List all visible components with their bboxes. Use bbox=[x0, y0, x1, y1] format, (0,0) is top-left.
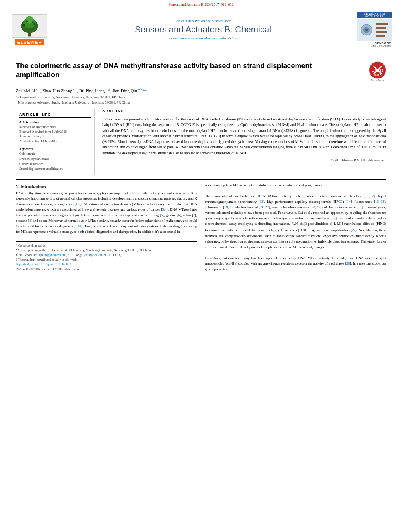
article-info-box: ARTICLE INFO Article history: Received 1… bbox=[16, 109, 95, 175]
section-divider bbox=[16, 179, 386, 180]
journal-center: Contents lists available at ScienceDirec… bbox=[51, 19, 355, 40]
journal-header: ELSEVIER Contents lists available at Sci… bbox=[0, 7, 402, 52]
abstract-text: In this paper, we present a colorimetric… bbox=[102, 117, 386, 156]
history-online: Available online 18 July 2016 bbox=[19, 139, 91, 144]
sensors-box: SENSORS and ACTUATORS SENSORS AND ACTUAT… bbox=[355, 10, 394, 49]
email-rpliang[interactable]: rpliang@ncu.edu.cn bbox=[39, 253, 65, 257]
introduction-heading: 1. Introduction bbox=[16, 184, 197, 189]
sensors-actuators-logo: SENSORS and ACTUATORS SENSORS AND ACTUAT… bbox=[355, 10, 394, 49]
tree-svg bbox=[12, 14, 47, 38]
keywords-section: Keywords: Colorimetric DNA methyltransfe… bbox=[19, 147, 91, 172]
crossmark-logo[interactable]: Cross Mark bbox=[369, 61, 386, 79]
keywords-title: Keywords: bbox=[19, 147, 91, 151]
svg-point-7 bbox=[32, 21, 33, 23]
svg-rect-13 bbox=[376, 27, 386, 29]
footnote-line-divider bbox=[16, 241, 197, 242]
article-info-heading: ARTICLE INFO bbox=[19, 113, 91, 118]
svg-rect-14 bbox=[376, 31, 387, 33]
abstract-heading: ABSTRACT bbox=[102, 109, 386, 114]
crossmark-wrapper: Cross Mark CrossMark bbox=[369, 61, 386, 82]
keyword-4: Strand displacement amplification bbox=[19, 167, 91, 172]
journal-homepage: journal homepage: www.elsevier.com/locat… bbox=[59, 36, 347, 40]
history-revised: Received in revised form 1 July 2016 bbox=[19, 130, 91, 134]
svg-rect-12 bbox=[376, 23, 388, 25]
doi-line: http://dx.doi.org/10.1016/j.snb.2016.07.… bbox=[16, 262, 197, 267]
corresponding1: * Corresponding author. bbox=[16, 243, 197, 248]
journal-citation: Sensors and Actuators B 238 (2017) 626–6… bbox=[0, 0, 402, 7]
info-abstract-row: ARTICLE INFO Article history: Received 1… bbox=[16, 109, 386, 175]
keyword-1: Colorimetric bbox=[19, 152, 91, 157]
body-col-left: 1. Introduction DNA methylation, a commo… bbox=[16, 183, 197, 272]
sciencedirect-link[interactable]: ScienceDirect bbox=[212, 19, 231, 23]
body-section: 1. Introduction DNA methylation, a commo… bbox=[16, 183, 386, 272]
authors-line: Zhi-Mei Li a,1, Zhao-Hua Zhong a,1, Ru-P… bbox=[16, 87, 386, 93]
elsevier-tree-image bbox=[12, 14, 47, 38]
article-title: The colorimetric assay of DNA methyltran… bbox=[16, 61, 339, 80]
corresponding2: ** Corresponding author at: Department o… bbox=[16, 248, 197, 253]
svg-point-5 bbox=[34, 23, 35, 25]
history-accepted: Accepted 17 July 2016 bbox=[19, 134, 91, 139]
affiliations: a a Department of Chemistry, Nanchang Un… bbox=[16, 95, 386, 105]
email-line: E-mail addresses: rpliang@ncu.edu.cn (R.… bbox=[16, 253, 197, 258]
sensors-brand-text: SENSORS bbox=[357, 41, 392, 45]
elsevier-brand-text: ELSEVIER bbox=[15, 39, 44, 45]
crossmark-svg: Cross Mark bbox=[370, 62, 385, 78]
history-received: Received 18 December 2015 bbox=[19, 125, 91, 130]
affiliation-a: a a Department of Chemistry, Nanchang Un… bbox=[16, 95, 386, 100]
main-content: The colorimetric assay of DNA methyltran… bbox=[0, 52, 402, 276]
introduction-col1-text: DNA methylation, a common gene protectio… bbox=[16, 191, 197, 235]
issn-line: 0925-4005/© 2016 Elsevier B.V. All right… bbox=[16, 267, 197, 272]
sensors-decoration-svg bbox=[357, 19, 392, 41]
contents-available-line: Contents lists available at ScienceDirec… bbox=[59, 19, 347, 23]
copyright-line: © 2016 Elsevier B.V. All rights reserved… bbox=[102, 158, 386, 162]
sensors-image bbox=[357, 19, 392, 41]
body-col-right: understanding how MTase activity contrib… bbox=[205, 183, 386, 272]
abstract-section: ABSTRACT In this paper, we present a col… bbox=[102, 109, 386, 175]
homepage-url[interactable]: www.elsevier.com/locate/snb bbox=[196, 36, 237, 40]
keyword-3: Gold nanoparticles bbox=[19, 162, 91, 167]
svg-point-4 bbox=[22, 24, 25, 26]
svg-point-6 bbox=[26, 20, 28, 22]
sensors-brand-subtext: AND ACTUATORS bbox=[357, 45, 392, 47]
crossmark-label: CrossMark bbox=[371, 79, 384, 82]
svg-rect-15 bbox=[376, 35, 385, 37]
introduction-col2-text: understanding how MTase activity contrib… bbox=[205, 183, 386, 272]
email-jdqiu[interactable]: jdqiu@ncu.edu.cn bbox=[84, 253, 106, 257]
svg-point-11 bbox=[365, 29, 368, 31]
article-history: Article history: Received 18 December 20… bbox=[19, 120, 91, 144]
history-title: Article history: bbox=[19, 120, 91, 124]
sensors-top-strip: SENSORS and ACTUATORS bbox=[357, 12, 392, 18]
article-title-section: The colorimetric assay of DNA methyltran… bbox=[16, 61, 386, 84]
elsevier-logo: ELSEVIER bbox=[8, 14, 51, 45]
equal-contribution: 1 These authors contributed equally to t… bbox=[16, 258, 197, 262]
doi-link[interactable]: http://dx.doi.org/10.1016/j.snb.2016.07.… bbox=[16, 263, 71, 266]
title-crossmark-row: The colorimetric assay of DNA methyltran… bbox=[16, 61, 386, 84]
keyword-2: DNA methyltransferase bbox=[19, 157, 91, 162]
journal-title: Sensors and Actuators B: Chemical bbox=[59, 24, 347, 35]
footnotes: * Corresponding author. ** Corresponding… bbox=[16, 239, 197, 272]
affiliation-b: b b Institute for Advanced Study, Nancha… bbox=[16, 100, 386, 105]
